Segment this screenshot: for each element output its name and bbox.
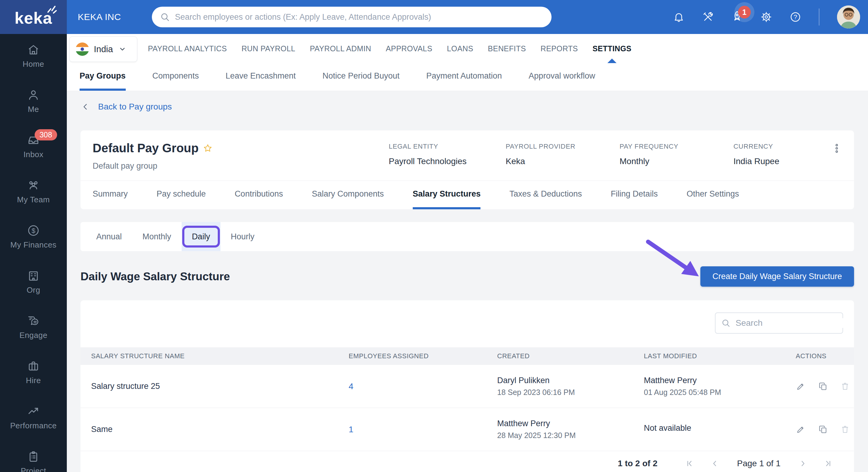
- bell-icon[interactable]: [673, 11, 685, 23]
- nav-loans[interactable]: LOANS: [447, 34, 473, 63]
- india-flag-icon: [75, 42, 89, 56]
- back-label: Back to Pay groups: [98, 102, 172, 112]
- sidebar-item-home[interactable]: Home: [23, 43, 44, 69]
- sidebar-item-engage[interactable]: Engage: [20, 314, 48, 340]
- briefcase-icon: [27, 360, 40, 373]
- copy-icon[interactable]: [818, 381, 828, 391]
- sidebar-item-me[interactable]: Me: [27, 88, 40, 114]
- back-to-pay-groups-link[interactable]: Back to Pay groups: [81, 101, 172, 113]
- nav-payroll-admin[interactable]: PAYROLL ADMIN: [310, 34, 371, 63]
- tab-filing-details[interactable]: Filing Details: [611, 181, 658, 209]
- next-page-icon[interactable]: [798, 459, 807, 468]
- sidebar-label: Me: [28, 105, 39, 114]
- edit-icon[interactable]: [796, 425, 806, 434]
- subtab-monthly[interactable]: Monthly: [132, 222, 182, 251]
- star-icon[interactable]: [203, 143, 213, 153]
- delete-icon[interactable]: [840, 425, 850, 434]
- global-search[interactable]: [152, 7, 552, 27]
- svg-text:$: $: [32, 227, 35, 234]
- tab-taxes-deductions[interactable]: Taxes & Deductions: [509, 181, 582, 209]
- nav-approvals[interactable]: APPROVALS: [386, 34, 432, 63]
- pagination: Page 1 of 1: [685, 459, 832, 468]
- tab-leave-encashment[interactable]: Leave Encashment: [226, 63, 296, 91]
- tab-notice-period-buyout[interactable]: Notice Period Buyout: [322, 63, 400, 91]
- tab-other-settings[interactable]: Other Settings: [687, 181, 739, 209]
- gear-icon[interactable]: [761, 11, 772, 23]
- main: India PAYROLL ANALYTICS RUN PAYROLL PAYR…: [67, 34, 868, 472]
- table-search-input[interactable]: [736, 318, 845, 328]
- employees-assigned-link[interactable]: 1: [349, 425, 353, 434]
- pay-group-tabs: Summary Pay schedule Contributions Salar…: [81, 180, 854, 209]
- sidebar-label: Performance: [10, 421, 57, 431]
- help-icon[interactable]: ?: [789, 11, 801, 23]
- company-name: KEKA INC: [78, 12, 121, 22]
- kebab-menu-icon[interactable]: [832, 143, 842, 154]
- nav-benefits[interactable]: BENEFITS: [488, 34, 526, 63]
- avatar-image: [837, 5, 860, 29]
- sidebar-label: Hire: [26, 376, 41, 385]
- tab-pay-groups[interactable]: Pay Groups: [80, 63, 126, 91]
- tab-salary-components[interactable]: Salary Components: [312, 181, 384, 209]
- sidebar-label: Engage: [20, 331, 48, 340]
- first-page-icon[interactable]: [685, 459, 694, 468]
- sidebar-item-org[interactable]: Org: [27, 269, 40, 295]
- nav-settings[interactable]: SETTINGS: [592, 34, 631, 63]
- sidebar-item-performance[interactable]: Performance: [10, 405, 57, 431]
- keka-logo[interactable]: keka: [0, 0, 67, 34]
- country-selector[interactable]: India: [69, 36, 137, 62]
- last-page-icon[interactable]: [823, 459, 832, 468]
- team-icon: [27, 179, 40, 192]
- tab-pay-schedule[interactable]: Pay schedule: [157, 181, 206, 209]
- tab-summary[interactable]: Summary: [93, 181, 128, 209]
- field-label: PAY FREQUENCY: [620, 142, 679, 150]
- subtab-hourly[interactable]: Hourly: [220, 222, 265, 251]
- salary-structure-table-card: SALARY STRUCTURE NAME EMPLOYEES ASSIGNED…: [81, 300, 854, 472]
- subtab-daily[interactable]: Daily: [182, 222, 220, 251]
- sidebar-item-my-finances[interactable]: $ My Finances: [10, 224, 57, 250]
- employees-assigned-link[interactable]: 4: [349, 381, 353, 391]
- structure-name: Salary structure 25: [91, 381, 349, 391]
- table-search[interactable]: [715, 312, 843, 334]
- sidebar-item-my-team[interactable]: My Team: [17, 179, 50, 204]
- tab-salary-structures[interactable]: Salary Structures: [413, 181, 481, 209]
- nav-run-payroll[interactable]: RUN PAYROLL: [242, 34, 295, 63]
- col-employees-assigned: EMPLOYEES ASSIGNED: [349, 352, 497, 360]
- edit-icon[interactable]: [796, 381, 806, 391]
- field-label: PAYROLL PROVIDER: [506, 142, 576, 150]
- sidebar-item-inbox[interactable]: 308 Inbox: [23, 133, 43, 159]
- search-icon: [721, 318, 731, 328]
- user-avatar[interactable]: [837, 5, 860, 29]
- sidebar-item-project[interactable]: Project: [21, 450, 46, 472]
- sidebar-item-hire[interactable]: Hire: [26, 360, 41, 385]
- tools-icon[interactable]: [702, 11, 714, 23]
- dollar-icon: $: [27, 224, 40, 237]
- global-search-input[interactable]: [175, 12, 544, 22]
- delete-icon[interactable]: [840, 381, 850, 391]
- clipboard-icon: [27, 450, 40, 463]
- results-range: 1 to 2 of 2: [618, 459, 657, 468]
- created-by: Daryl Pulikken: [497, 376, 644, 385]
- search-icon: [160, 12, 170, 22]
- tab-approval-workflow[interactable]: Approval workflow: [529, 63, 595, 91]
- module-nav: India PAYROLL ANALYTICS RUN PAYROLL PAYR…: [67, 34, 868, 63]
- active-nav-caret: [608, 59, 617, 63]
- nav-reports[interactable]: REPORTS: [540, 34, 578, 63]
- tab-payment-automation[interactable]: Payment Automation: [426, 63, 502, 91]
- create-daily-wage-salary-structure-button[interactable]: Create Daily Wage Salary Structure: [700, 266, 854, 286]
- rocket-announcements[interactable]: 1: [731, 11, 743, 23]
- prev-page-icon[interactable]: [710, 459, 719, 468]
- sidebar-label: Home: [23, 60, 44, 69]
- tab-components[interactable]: Components: [152, 63, 199, 91]
- tab-contributions[interactable]: Contributions: [235, 181, 283, 209]
- nav-settings-label: SETTINGS: [592, 44, 631, 53]
- subtab-annual[interactable]: Annual: [86, 222, 132, 251]
- field-value: Monthly: [620, 157, 679, 166]
- copy-icon[interactable]: [818, 425, 828, 434]
- settings-tabs: Pay Groups Components Leave Encashment N…: [67, 63, 868, 91]
- rocket-badge: 1: [738, 6, 751, 19]
- sidebar-label: Inbox: [23, 150, 43, 159]
- field-legal-entity: LEGAL ENTITY Payroll Technologies: [389, 142, 466, 166]
- pay-group-header: Default Pay Group Default pay group LEGA…: [81, 130, 854, 180]
- frequency-subtabs: Annual Monthly Daily Hourly: [81, 222, 854, 251]
- nav-payroll-analytics[interactable]: PAYROLL ANALYTICS: [148, 34, 227, 63]
